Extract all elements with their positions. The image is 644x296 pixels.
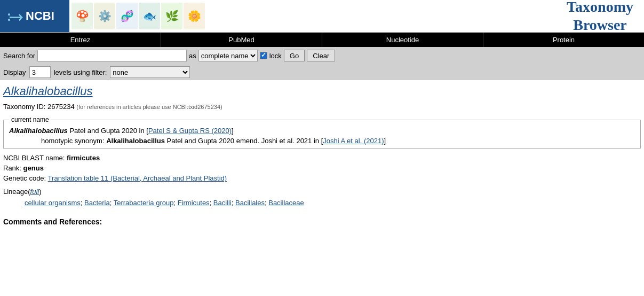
blast-name-line: NCBI BLAST name: firmicutes	[3, 154, 641, 162]
current-name-fieldset: current name Alkalihalobacillus Patel an…	[3, 116, 641, 149]
nav-bar: Entrez PubMed Nucleotide Protein	[0, 33, 644, 47]
lock-checkbox[interactable]	[260, 52, 267, 59]
lock-label: lock	[269, 52, 282, 60]
clear-button[interactable]: Clear	[307, 50, 335, 61]
banner-images: 🍄 ⚙️ 🧬 🐟 🌿 🌼	[69, 1, 207, 32]
lineage-cellular-organisms-link[interactable]: cellular organisms	[25, 199, 81, 207]
nav-item-entrez[interactable]: Entrez	[0, 33, 161, 47]
synonym-italic: Alkalihalobacillus	[106, 137, 165, 145]
taxonomy-id-label: Taxonomy ID:	[3, 103, 45, 111]
banner-plant-icon: 🌿	[161, 3, 182, 29]
display-bar: Display levels using filter: none all Ar…	[0, 64, 644, 80]
levels-using-label: levels using filter:	[54, 68, 107, 76]
taxon-name-italic: Alkalihalobacillus	[9, 127, 68, 135]
name-authors: Patel and Gupta 2020 in	[69, 127, 144, 135]
synonym-reference-link[interactable]: Joshi A et al. (2021)	[323, 137, 384, 145]
display-label: Display	[3, 68, 26, 76]
nav-item-nucleotide[interactable]: Nucleotide	[322, 33, 483, 47]
banner-flower-icon: 🌼	[184, 3, 205, 29]
search-input[interactable]	[37, 50, 187, 61]
genetic-code-label: Genetic code:	[3, 174, 46, 182]
lineage-bacilli-link[interactable]: Bacilli	[213, 199, 232, 207]
nav-item-protein[interactable]: Protein	[483, 33, 644, 47]
ncbi-logo: ⧴ NCBI	[0, 0, 69, 32]
nav-item-pubmed[interactable]: PubMed	[161, 33, 322, 47]
lineage-label: Lineage(	[3, 188, 30, 196]
synonym-entry: homotypic synonym: Alkalihalobacillus Pa…	[9, 137, 635, 145]
taxonomy-id-value: 2675234	[47, 103, 75, 111]
lineage-bacteria-link[interactable]: Bacteria	[84, 199, 110, 207]
genetic-code-line: Genetic code: Translation table 11 (Bact…	[3, 174, 641, 182]
name-entry: Alkalihalobacillus Patel and Gupta 2020 …	[9, 127, 635, 135]
search-for-label: Search for	[3, 52, 35, 60]
filter-select[interactable]: none all Archaea Bacteria Eukaryota Viru…	[110, 66, 190, 78]
banner-gear-icon: ⚙️	[94, 3, 115, 29]
lineage-line: Lineage(full)	[3, 188, 641, 196]
search-type-select[interactable]: complete name common name synonym scient…	[198, 50, 258, 61]
levels-input[interactable]	[29, 66, 51, 78]
banner-mushroom-icon: 🍄	[71, 3, 93, 29]
rank-value: genus	[23, 164, 44, 172]
txid-note: (for references in articles please use N…	[76, 104, 222, 110]
lineage-full-link[interactable]: full	[30, 188, 39, 196]
ncbi-swirl-icon: ⧴	[7, 7, 22, 25]
lineage-taxa: cellular organisms; Bacteria; Terrabacte…	[3, 199, 641, 207]
taxonomy-id-line: Taxonomy ID: 2675234 (for references in …	[3, 103, 641, 111]
ncbi-label: NCBI	[26, 9, 54, 23]
header-banner: 🍄 ⚙️ 🧬 🐟 🌿 🌼 Taxonomy Browser	[69, 0, 644, 32]
search-bar: Search for as complete name common name …	[0, 47, 644, 64]
lineage-bacillales-link[interactable]: Bacillales	[235, 199, 265, 207]
synonym-prefix: homotypic synonym:	[41, 137, 105, 145]
lineage-close: )	[39, 188, 41, 196]
blast-name-value: firmicutes	[67, 154, 100, 162]
genetic-code-link[interactable]: Translation table 11 (Bacterial, Archaea…	[48, 174, 227, 182]
synonym-authors: Patel and Gupta 2020 emend. Joshi et al.…	[167, 137, 319, 145]
blast-name-label: NCBI BLAST name:	[3, 154, 65, 162]
rank-label: Rank:	[3, 164, 21, 172]
lineage-terrabacteria-link[interactable]: Terrabacteria group	[114, 199, 174, 207]
header-top: ⧴ NCBI 🍄 ⚙️ 🧬 🐟 🌿 🌼 Taxonomy Browser	[0, 0, 644, 33]
rank-line: Rank: genus	[3, 164, 641, 172]
go-button[interactable]: Go	[284, 50, 305, 61]
banner-fish-icon: 🐟	[139, 3, 160, 29]
lineage-bacillaceae-link[interactable]: Bacillaceae	[268, 199, 304, 207]
comments-heading: Comments and References:	[3, 217, 641, 226]
taxon-title[interactable]: Alkalihalobacillus	[3, 84, 641, 98]
banner-dna-icon: 🧬	[116, 3, 138, 29]
name-reference-link[interactable]: Patel S & Gupta RS (2020)	[148, 127, 232, 135]
as-label: as	[189, 52, 196, 60]
lineage-firmicutes-link[interactable]: Firmicutes	[178, 199, 210, 207]
current-name-legend: current name	[9, 116, 51, 123]
taxonomy-title: Taxonomy Browser	[567, 0, 644, 32]
main-content: Alkalihalobacillus Taxonomy ID: 2675234 …	[0, 80, 644, 230]
